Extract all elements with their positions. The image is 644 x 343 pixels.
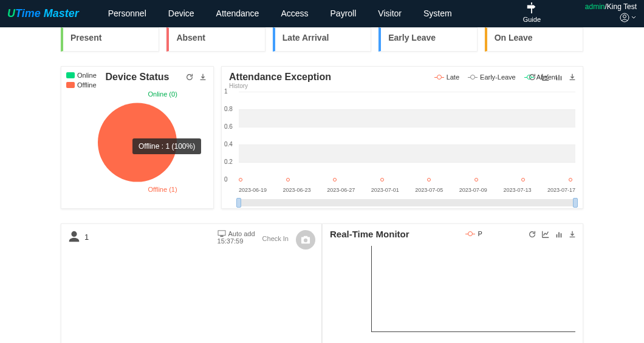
realtime-row: 1 Auto add 15:37:59 Check In Real-Time M… <box>0 223 644 343</box>
line-chart-icon[interactable] <box>541 73 550 81</box>
device-icon <box>218 230 226 237</box>
bar-chart-icon[interactable] <box>555 230 563 239</box>
status-leave[interactable]: On Leave <box>485 27 583 52</box>
attend-toolbar <box>528 73 577 81</box>
svg-rect-3 <box>220 236 223 237</box>
entry-type: Check In <box>262 235 289 242</box>
person-icon <box>67 230 81 243</box>
auto-add-label: Auto add <box>228 230 255 237</box>
monitor-panel: Real-Time Monitor P <box>322 223 583 343</box>
header: UTime Master Personnel Device Attendance… <box>0 0 644 27</box>
device-status-panel: Online Offline Device Status Online (0) … <box>61 66 214 209</box>
online-swatch <box>66 72 75 78</box>
refresh-icon[interactable] <box>528 230 536 239</box>
svg-point-1 <box>623 15 626 18</box>
download-icon[interactable] <box>199 73 207 81</box>
history-label: History <box>222 83 583 89</box>
panels-row: Online Offline Device Status Online (0) … <box>0 66 644 209</box>
attend-title: Attendance Exception <box>229 72 434 83</box>
logo: UTime Master <box>7 7 79 20</box>
y-axis-labels: 1 0.8 0.6 0.4 0.2 0 <box>224 88 233 194</box>
svg-point-4 <box>304 239 307 242</box>
bar-chart-icon[interactable] <box>555 73 563 81</box>
status-present[interactable]: Present <box>61 27 159 52</box>
svg-rect-2 <box>218 231 225 236</box>
camera-icon <box>300 235 311 245</box>
x-axis-labels: 2023-06-19 2023-06-23 2023-06-27 2023-07… <box>239 187 575 193</box>
nav-payroll[interactable]: Payroll <box>320 0 368 27</box>
guide-button[interactable]: Guide <box>523 2 541 23</box>
monitor-axis <box>371 246 575 332</box>
nav-attendance[interactable]: Attendance <box>205 0 270 27</box>
nav-system[interactable]: System <box>413 0 463 27</box>
monitor-toolbar <box>528 230 577 239</box>
entry-time: 15:37:59 <box>218 237 255 245</box>
nav-personnel[interactable]: Personnel <box>97 0 157 27</box>
monitor-legend: P <box>465 230 482 237</box>
entry-panel: 1 Auto add 15:37:59 Check In <box>61 223 322 343</box>
nav-visitor[interactable]: Visitor <box>367 0 413 27</box>
device-toolbar <box>185 73 207 81</box>
entry-user: 1 <box>67 230 89 243</box>
user-icon <box>620 13 637 22</box>
line-chart-icon[interactable] <box>541 230 550 239</box>
nav-device[interactable]: Device <box>157 0 205 27</box>
pie-offline-label: Offline (1) <box>148 186 177 193</box>
attendance-exception-panel: Attendance Exception Late Early-Leave Ab… <box>221 66 583 209</box>
refresh-icon[interactable] <box>185 73 194 81</box>
entry-user-id: 1 <box>84 233 89 242</box>
scroll-handle-right[interactable] <box>573 198 578 208</box>
refresh-icon[interactable] <box>528 73 536 81</box>
status-row: Present Absent Late Arrival Early Leave … <box>0 27 644 52</box>
pie-tooltip: Offline : 1 (100%) <box>132 138 201 154</box>
download-icon[interactable] <box>568 230 577 239</box>
early-marker-icon <box>468 77 478 78</box>
data-line <box>239 179 575 180</box>
status-absent[interactable]: Absent <box>166 27 265 52</box>
chart-scrollbar[interactable] <box>239 199 575 206</box>
late-marker-icon <box>434 77 444 78</box>
download-icon[interactable] <box>568 73 577 81</box>
device-pie: Online (0) Offline : 1 (100%) Offline (1… <box>61 86 213 195</box>
signpost-icon <box>525 2 538 13</box>
entry-photo <box>296 230 315 250</box>
main-nav: Personnel Device Attendance Access Payro… <box>97 0 463 27</box>
nav-access[interactable]: Access <box>270 0 319 27</box>
pie-online-label: Online (0) <box>148 90 177 98</box>
p-marker-icon <box>465 234 475 234</box>
status-early[interactable]: Early Leave <box>379 27 477 52</box>
user-area[interactable]: admin/King Test <box>585 2 637 24</box>
status-late[interactable]: Late Arrival <box>273 27 371 52</box>
attend-chart: 1 0.8 0.6 0.4 0.2 0 <box>239 92 575 186</box>
scroll-handle-left[interactable] <box>236 198 241 208</box>
